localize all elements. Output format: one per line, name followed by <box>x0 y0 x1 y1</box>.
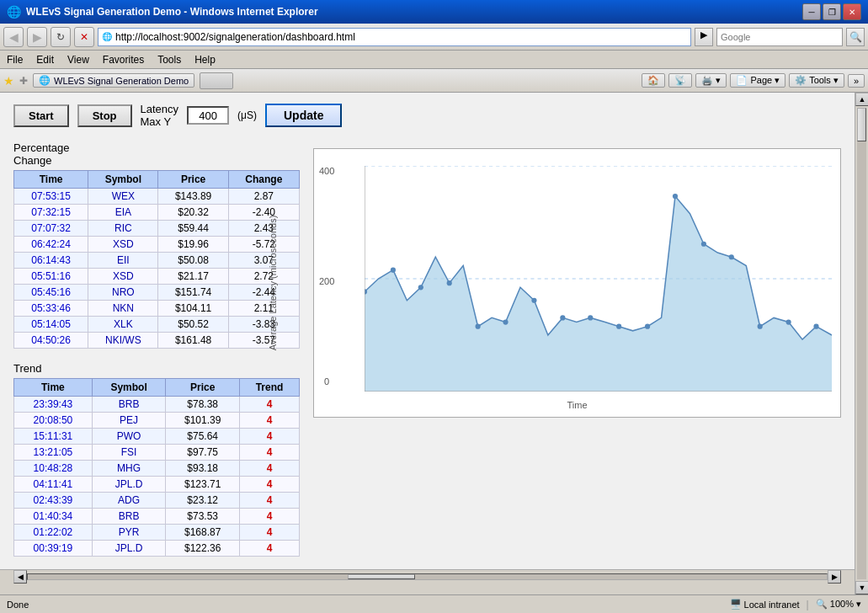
scroll-right-button[interactable]: ▶ <box>828 570 841 584</box>
zoom-arrow: ▾ <box>856 599 861 609</box>
tr-symbol: PYR <box>92 525 166 541</box>
svg-point-17 <box>758 324 763 329</box>
pc-time: 05:33:46 <box>14 301 88 317</box>
chart-svg <box>365 166 832 392</box>
favorites-tab[interactable]: 🌐 WLEvS Signal Generation Demo <box>33 73 194 88</box>
tr-trend: 4 <box>239 541 299 557</box>
pc-time: 05:45:16 <box>14 285 88 301</box>
y-label-400: 400 <box>319 166 334 176</box>
close-button[interactable]: ✕ <box>843 3 861 20</box>
pc-change: 2.43 <box>228 221 299 237</box>
tr-price: $123.71 <box>166 477 240 493</box>
pc-price: $21.17 <box>158 269 228 285</box>
pc-time: 07:53:15 <box>14 189 88 205</box>
menu-favorites[interactable]: Favorites <box>99 53 147 67</box>
trend-table: Time Symbol Price Trend 23:39:43 BRB $78… <box>13 378 300 557</box>
tr-price: $93.18 <box>166 461 240 477</box>
pc-symbol: NKI/WS <box>88 333 158 349</box>
v-scrollbar-thumb[interactable] <box>857 108 866 141</box>
tr-trend: 4 <box>239 445 299 461</box>
tr-trend: 4 <box>239 525 299 541</box>
tr-time: 20:08:50 <box>14 413 93 429</box>
go-button[interactable]: ▶ <box>695 28 713 46</box>
tr-symbol: MHG <box>92 461 166 477</box>
horizontal-scrollbar[interactable]: ◀ ▶ <box>0 569 855 583</box>
svg-point-5 <box>418 285 423 290</box>
chart-container: Average Latency (microseconds) 400 200 0 <box>313 106 841 569</box>
stop-button[interactable]: ✕ <box>74 27 94 47</box>
refresh-button[interactable]: ↻ <box>51 27 71 47</box>
window-title: WLEvS Signal Generation Demo - Windows I… <box>26 6 318 18</box>
menu-tools[interactable]: Tools <box>154 53 184 67</box>
content-row: Start Stop Latency Max Y (μS) Update Per… <box>0 93 868 594</box>
scroll-down-button[interactable]: ▼ <box>855 581 868 594</box>
print-button[interactable]: 🖨️ ▾ <box>695 73 727 88</box>
tr-time: 23:39:43 <box>14 397 93 413</box>
intranet-label: Local intranet <box>744 600 800 610</box>
latency-input[interactable] <box>187 106 229 125</box>
menu-view[interactable]: View <box>64 53 93 67</box>
pc-price: $151.74 <box>158 285 228 301</box>
zoom-icon: 🔍 <box>816 599 828 609</box>
tr-symbol: JPL.D <box>92 541 166 557</box>
pc-price: $104.11 <box>158 301 228 317</box>
table-row: 07:53:15 WEX $143.89 2.87 <box>14 189 300 205</box>
scroll-up-button[interactable]: ▲ <box>855 93 868 106</box>
pc-symbol-header: Symbol <box>88 171 158 189</box>
scroll-left-button[interactable]: ◀ <box>13 570 27 584</box>
pc-time: 07:32:15 <box>14 205 88 221</box>
tr-trend: 4 <box>239 429 299 445</box>
extra-tools-button[interactable]: » <box>848 74 865 88</box>
y-label-200: 200 <box>319 276 334 286</box>
table-row: 05:14:05 XLK $50.52 -3.83 <box>14 317 300 333</box>
search-button[interactable]: 🔍 <box>846 28 865 46</box>
tr-trend-header: Trend <box>239 379 299 397</box>
latency-label: Latency Max Y <box>141 103 179 128</box>
zoom-value: 100% <box>830 599 854 609</box>
tr-symbol: BRB <box>92 397 166 413</box>
rss-button[interactable]: 📡 <box>668 73 692 88</box>
tr-trend: 4 <box>239 509 299 525</box>
back-button[interactable]: ◀ <box>3 27 24 47</box>
menu-file[interactable]: File <box>3 53 26 67</box>
tr-price: $78.38 <box>166 397 240 413</box>
svg-point-4 <box>391 268 396 273</box>
favorites-star-icon: ★ <box>3 74 14 88</box>
scrollbar-thumb[interactable] <box>348 574 415 579</box>
table-row: 00:39:19 JPL.D $122.36 4 <box>14 541 300 557</box>
start-button[interactable]: Start <box>13 104 69 127</box>
pc-time: 07:07:32 <box>14 221 88 237</box>
table-row: 01:22:02 PYR $168.87 4 <box>14 525 300 541</box>
tools-button[interactable]: ⚙️ Tools ▾ <box>789 73 844 88</box>
trend-header: Trend <box>13 362 300 375</box>
menu-help[interactable]: Help <box>191 53 219 67</box>
page-button[interactable]: 📄 Page ▾ <box>730 73 785 88</box>
vertical-scrollbar[interactable]: ▲ ▼ <box>855 93 868 594</box>
search-input[interactable] <box>716 28 843 46</box>
pc-time: 04:50:26 <box>14 333 88 349</box>
svg-point-6 <box>447 280 452 285</box>
restore-button[interactable]: ❐ <box>823 3 841 20</box>
home-button[interactable]: 🏠 <box>642 73 665 88</box>
v-scrollbar-track[interactable] <box>857 108 866 579</box>
right-tools: 🏠 📡 🖨️ ▾ 📄 Page ▾ ⚙️ Tools ▾ » <box>642 73 865 88</box>
tr-trend: 4 <box>239 413 299 429</box>
forward-button[interactable]: ▶ <box>27 27 47 47</box>
pc-change-header: Change <box>228 171 299 189</box>
address-bar[interactable]: 🌐 http://localhost:9002/signalgeneration… <box>98 28 691 46</box>
stop-button[interactable]: Stop <box>77 104 132 127</box>
status-bar: Done 🖥️ Local intranet | 🔍 100% ▾ <box>0 594 868 613</box>
tr-price: $23.12 <box>166 493 240 509</box>
tr-time: 04:11:41 <box>14 477 93 493</box>
minimize-button[interactable]: ─ <box>802 3 821 20</box>
tab-overflow-button[interactable] <box>200 72 233 89</box>
scrollbar-track[interactable] <box>27 573 828 580</box>
pc-price-header: Price <box>158 171 228 189</box>
pc-change: 3.07 <box>228 253 299 269</box>
menu-edit[interactable]: Edit <box>33 53 57 67</box>
svg-point-14 <box>673 194 678 199</box>
pc-symbol: NRO <box>88 285 158 301</box>
favorites-bar: ★ ✚ 🌐 WLEvS Signal Generation Demo 🏠 📡 🖨… <box>0 69 868 93</box>
table-row: 04:50:26 NKI/WS $161.48 -3.57 <box>14 333 300 349</box>
svg-marker-2 <box>365 196 832 392</box>
